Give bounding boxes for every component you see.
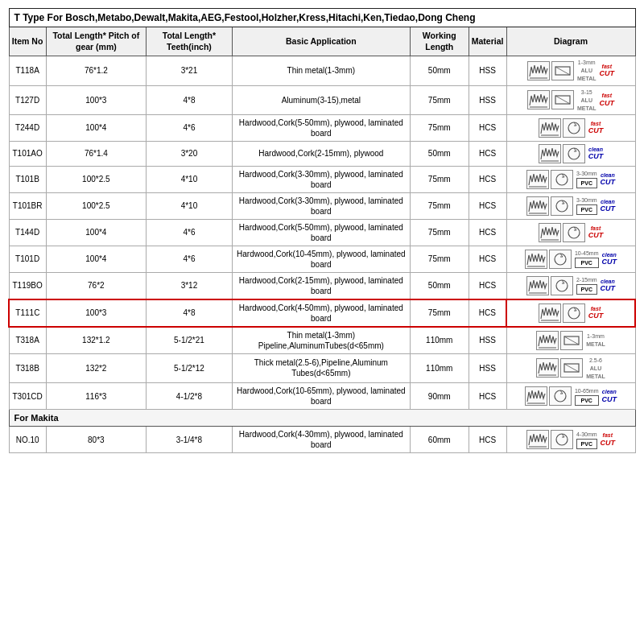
svg-point-9 [568,148,580,159]
table-row: T101B100*2.54*10Hardwood,Cork(3-30mm), p… [9,166,635,192]
table-row: NO.1080*33-1/4*8Hardwood,Cork(4-30mm), p… [9,427,635,453]
svg-point-7 [568,122,580,134]
table-title: T Type For Bosch,Metabo,Dewalt,Makita,AE… [9,9,635,27]
table-row: T318A132*1.25-1/2*21Thin metal(1-3mm) Pi… [9,327,635,354]
table-row: T244D100*44*6Hardwood,Cork(5-50mm), plyw… [9,114,635,141]
table-row: T101AO76*1.43*20Hardwood,Cork(2-15mm), p… [9,141,635,166]
svg-line-5 [555,96,570,104]
table-row: T111C100*34*8Hardwood,Cork(4-50mm), plyw… [9,299,635,327]
col-header-material: Material [469,27,506,56]
svg-point-13 [556,200,568,212]
col-header-diagram: Diagram [506,27,635,56]
svg-line-27 [564,364,579,372]
svg-point-31 [556,434,568,445]
header-row: Item No Total Length* Pitch of gear (mm)… [9,27,635,56]
table-row: T144D100*44*6Hardwood,Cork(5-50mm), plyw… [9,219,635,246]
svg-line-2 [555,67,570,75]
table-row: T101D100*44*6Hardwood,Cork(10-45mm), ply… [9,246,635,272]
svg-point-21 [568,308,580,319]
svg-point-19 [556,280,568,291]
table-row: T127D100*34*8Aluminum(3-15),metal75mmHSS… [9,85,635,114]
table-row: T318B132*25-1/2*12Thick metal(2.5-6),Pip… [9,353,635,382]
col-header-teeth: Total Length* Teeth(inch) [146,27,232,56]
table-row: T101BR100*2.54*10Hardwood,Cork(3-30mm), … [9,192,635,219]
svg-point-15 [568,227,580,238]
svg-line-24 [564,336,579,345]
svg-point-29 [555,390,566,402]
svg-point-17 [555,254,566,265]
col-header-pitch: Total Length* Pitch of gear (mm) [46,27,146,56]
section-header: For Makita [9,410,635,427]
svg-point-11 [556,174,568,185]
main-table: T Type For Bosch,Metabo,Dewalt,Makita,AE… [8,8,636,453]
col-header-item: Item No [9,27,46,56]
col-header-working-length: Working Length [410,27,469,56]
table-row: T301CD116*34-1/2*8Hardwood,Cork(10-65mm)… [9,383,635,410]
col-header-application: Basic Application [232,27,410,56]
title-row: T Type For Bosch,Metabo,Dewalt,Makita,AE… [9,9,635,27]
table-row: T119BO76*23*12Hardwood,Cork(2-15mm), ply… [9,272,635,299]
table-row: T118A76*1.23*21Thin metal(1-3mm)50mmHSS1… [9,56,635,85]
